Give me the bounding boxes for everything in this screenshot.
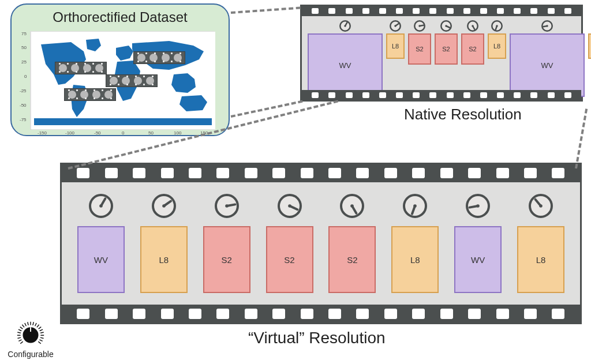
clock-icon — [390, 20, 401, 32]
sensor-tile-s2: S2 — [461, 33, 484, 65]
connector-line — [231, 7, 301, 14]
clock-icon — [403, 194, 427, 218]
native-frame: WV — [510, 20, 585, 97]
native-frame: S2 — [408, 20, 431, 65]
svg-line-66 — [40, 329, 43, 331]
svg-point-23 — [546, 25, 548, 27]
svg-line-58 — [22, 325, 24, 328]
x-tick: -100 — [65, 130, 74, 136]
svg-line-63 — [35, 323, 37, 326]
svg-line-59 — [25, 323, 27, 326]
orthorectified-dataset-panel: Orthorectified Dataset — [10, 3, 230, 136]
svg-line-60 — [28, 322, 28, 325]
sensor-tile-wv: WV — [77, 226, 125, 293]
clock-icon — [152, 194, 176, 218]
y-tick: 75 — [21, 31, 27, 36]
svg-line-62 — [33, 322, 33, 325]
sensor-tile-l8: L8 — [488, 33, 506, 59]
configurable-knob: Configurable — [5, 316, 57, 359]
virtual-resolution-label: “Virtual” Resolution — [248, 329, 386, 347]
orthorectified-title: Orthorectified Dataset — [22, 9, 218, 25]
virtual-frame: L8 — [391, 194, 439, 293]
sensor-tile-s2: S2 — [328, 226, 376, 293]
svg-point-20 — [496, 25, 498, 27]
sensor-tile-l8: L8 — [386, 33, 405, 59]
svg-line-56 — [18, 329, 21, 331]
virtual-frame: S2 — [266, 194, 313, 293]
svg-line-64 — [37, 325, 39, 328]
y-tick: 25 — [21, 59, 27, 65]
svg-point-14 — [445, 25, 447, 27]
x-tick: -150 — [38, 130, 47, 136]
clock-icon — [339, 20, 351, 32]
virtual-frame: S2 — [328, 194, 376, 293]
virtual-frame: S2 — [203, 194, 250, 293]
native-frame: L8 — [488, 20, 506, 59]
sensor-tile-s2: S2 — [266, 226, 313, 293]
sensor-tile-l8: L8 — [517, 226, 564, 293]
svg-line-51 — [20, 342, 23, 344]
svg-point-41 — [351, 204, 354, 208]
world-map-plot: 75 50 25 0 -25 -50 -75 -150 -100 -50 0 5… — [30, 31, 215, 129]
svg-point-29 — [99, 204, 103, 208]
sensor-tile-s2: S2 — [203, 226, 250, 293]
virtual-frame: L8 — [517, 194, 564, 293]
map-film-strip — [133, 51, 185, 64]
native-frame: L8 — [386, 20, 405, 59]
clock-icon — [340, 194, 364, 218]
native-frame: WV — [308, 20, 383, 97]
svg-line-65 — [39, 327, 42, 329]
virtual-resolution-filmstrip: WV L8 S2 S2 S2 L8 WV L8 — [60, 163, 582, 324]
clock-icon — [278, 194, 302, 218]
clock-icon — [541, 20, 553, 32]
map-film-strip — [106, 74, 158, 87]
native-frame: L8 — [588, 20, 591, 59]
clock-icon — [529, 194, 553, 218]
svg-point-50 — [539, 204, 543, 208]
svg-point-5 — [344, 25, 346, 27]
svg-rect-73 — [30, 327, 31, 332]
svg-line-67 — [40, 332, 44, 333]
svg-line-69 — [40, 337, 44, 338]
y-tick: -25 — [20, 88, 27, 93]
map-film-strip — [64, 88, 116, 101]
y-tick: 50 — [21, 45, 27, 50]
svg-point-47 — [476, 204, 480, 208]
connector-line — [231, 100, 303, 118]
sensor-tile-s2: S2 — [408, 33, 431, 65]
clock-icon — [89, 194, 113, 218]
clock-icon — [215, 194, 239, 218]
svg-line-53 — [17, 337, 21, 338]
virtual-frame: WV — [454, 194, 502, 293]
sensor-tile-wv: WV — [454, 226, 502, 293]
configurable-label: Configurable — [5, 350, 57, 359]
clock-icon — [466, 194, 490, 218]
sensor-tile-l8: L8 — [588, 33, 591, 59]
svg-point-44 — [413, 204, 417, 208]
svg-point-32 — [162, 204, 166, 208]
svg-point-35 — [225, 204, 229, 208]
svg-point-11 — [418, 25, 421, 27]
clock-icon — [491, 20, 503, 32]
connector-line — [575, 108, 588, 168]
sensor-tile-wv: WV — [510, 33, 585, 97]
clock-icon — [467, 20, 478, 32]
y-tick: -75 — [20, 117, 27, 122]
svg-point-17 — [472, 25, 474, 27]
y-tick: 0 — [24, 74, 27, 79]
svg-line-70 — [39, 340, 42, 342]
native-resolution-label: Native Resolution — [404, 106, 522, 123]
x-tick: 100 — [174, 130, 181, 136]
svg-line-52 — [18, 340, 21, 342]
svg-point-8 — [394, 25, 397, 27]
sensor-tile-l8: L8 — [140, 226, 188, 293]
native-resolution-filmstrip: WV L8 S2 S2 S2 L8 WV L8 — [300, 5, 583, 102]
sensor-tile-l8: L8 — [391, 226, 439, 293]
svg-line-71 — [38, 342, 40, 344]
native-frame: S2 — [435, 20, 458, 65]
virtual-frame: WV — [77, 194, 125, 293]
svg-line-55 — [17, 332, 21, 333]
knob-icon — [14, 316, 47, 350]
native-frame: S2 — [461, 20, 484, 65]
clock-icon — [440, 20, 452, 32]
